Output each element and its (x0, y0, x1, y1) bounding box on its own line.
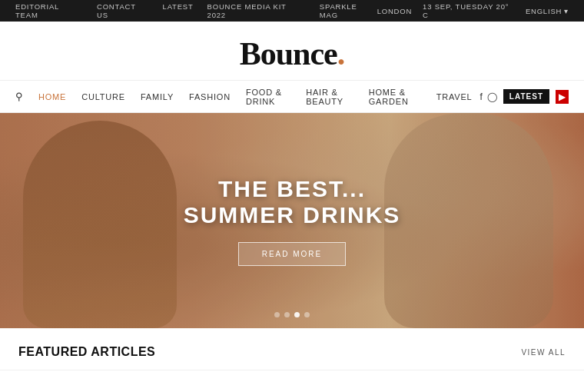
nav-travel[interactable]: Travel (429, 92, 480, 101)
hero-title-line1: THE BEST... (184, 176, 401, 202)
logo-area: Bounce. (0, 22, 584, 81)
logo-name: Bounce (240, 36, 337, 71)
featured-title: FEATURED ARTICLES (18, 345, 155, 359)
view-all-button[interactable]: VIEW ALL (521, 348, 566, 357)
logo-dot: . (337, 36, 345, 71)
hero-content: THE BEST... SUMMER DRINKS READ MORE (184, 176, 401, 266)
hero-dot-4[interactable] (304, 312, 310, 317)
sparkle-mag-link[interactable]: Sparkle Mag (320, 2, 377, 19)
video-icon[interactable]: ▶ (556, 90, 569, 104)
date-text: 13 Sep, Tuesday 20° C (423, 2, 515, 19)
hero-dots (274, 312, 310, 317)
nav-family[interactable]: Family (133, 92, 181, 101)
media-kit-link[interactable]: Bounce Media Kit 2022 (207, 2, 306, 19)
nav-home-garden[interactable]: Home & Garden (361, 88, 429, 106)
search-icon[interactable]: ⚲ (15, 91, 23, 102)
hero-dot-3[interactable] (294, 312, 300, 317)
top-bar-right: London 13 Sep, Tuesday 20° C English ▾ (377, 2, 569, 19)
editorial-team-link[interactable]: Editorial Team (15, 2, 83, 19)
hero-dot-1[interactable] (274, 312, 280, 317)
site-logo[interactable]: Bounce. (0, 35, 584, 72)
top-bar: Editorial Team Contact Us Latest Bounce … (0, 0, 584, 22)
nav-culture[interactable]: Culture (74, 92, 133, 101)
location-text: London (377, 7, 412, 15)
social-icons: f ◯ (480, 91, 497, 102)
instagram-icon[interactable]: ◯ (487, 91, 497, 102)
contact-us-link[interactable]: Contact Us (97, 2, 149, 19)
language-selector[interactable]: English ▾ (526, 7, 569, 15)
main-nav: ⚲ Home Culture Family Fashion Food & Dri… (0, 81, 584, 113)
read-more-button[interactable]: READ MORE (238, 242, 347, 266)
latest-link[interactable]: Latest (163, 2, 194, 19)
hero-section: THE BEST... SUMMER DRINKS READ MORE (0, 113, 584, 328)
latest-button[interactable]: Latest (503, 89, 549, 104)
nav-hair-beauty[interactable]: Hair & Beauty (298, 88, 361, 106)
nav-food-drink[interactable]: Food & Drink (238, 88, 298, 106)
nav-home[interactable]: Home (31, 92, 74, 101)
featured-bar: FEATURED ARTICLES VIEW ALL (0, 328, 584, 370)
hero-title-line2: SUMMER DRINKS (184, 202, 401, 228)
nav-right: f ◯ Latest ▶ (480, 89, 569, 104)
chevron-down-icon: ▾ (564, 7, 569, 15)
nav-fashion[interactable]: Fashion (181, 92, 238, 101)
hero-dot-2[interactable] (284, 312, 290, 317)
facebook-icon[interactable]: f (480, 91, 483, 102)
top-bar-links: Editorial Team Contact Us Latest Bounce … (15, 2, 377, 19)
